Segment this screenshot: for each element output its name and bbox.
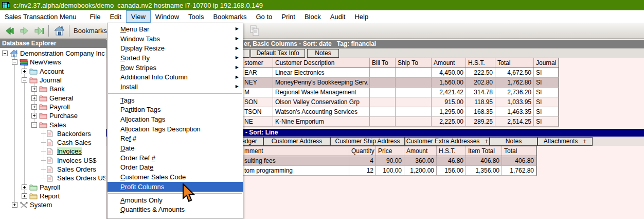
menu-help[interactable]: Help <box>350 10 373 23</box>
tree-item-demonstration-company-inc[interactable]: Demonstration Company Inc <box>0 49 106 58</box>
tree-item-purchase[interactable]: Purchase <box>0 111 106 120</box>
menu-edit[interactable]: Edit <box>105 10 126 23</box>
tree-item-label: NewViews <box>30 58 61 66</box>
column-header-total[interactable]: Total <box>495 58 534 68</box>
expand-box-icon[interactable] <box>31 104 37 110</box>
column-header-ship-to[interactable]: Ship To <box>396 58 432 68</box>
home-button[interactable] <box>54 26 65 36</box>
menu-item-date[interactable]: Date <box>108 143 243 153</box>
menu-sales-transaction-menu[interactable]: Sales Transaction Menu <box>0 10 81 23</box>
menu-window[interactable]: Window <box>151 10 184 23</box>
menu-item-window-tabs[interactable]: Window Tabs▶ <box>108 34 243 44</box>
menu-item-profit-columns[interactable]: Profit Columns <box>108 182 243 192</box>
database-explorer-panel: Database Explorer Demonstration Company … <box>0 39 106 219</box>
menu-item-allocation-tags-description[interactable]: Allocation Tags Description <box>108 124 243 134</box>
cell-customer-description: Watson's Accounting Services <box>273 107 370 116</box>
tree-item-payroll[interactable]: Payroll <box>0 182 106 191</box>
tree-item-sales-orders[interactable]: Sales Orders <box>0 165 106 174</box>
menu-item-label: Date <box>120 144 134 152</box>
menu-file[interactable]: File <box>85 10 105 23</box>
menu-item-amounts-only[interactable]: Amounts Only <box>108 195 243 205</box>
folder-yellow-icon <box>29 192 38 199</box>
expand-box-icon[interactable] <box>22 69 27 74</box>
folder-pink-icon <box>29 77 38 84</box>
tab-notes[interactable]: Notes <box>307 49 339 58</box>
tree-item-report[interactable]: Report <box>0 192 106 200</box>
tree-item-bank[interactable]: Bank <box>0 85 106 93</box>
menu-item-sorted-by[interactable]: Sorted By▶ <box>108 53 243 63</box>
expand-box-icon[interactable] <box>22 184 27 190</box>
tree-item-system[interactable]: System <box>0 200 106 209</box>
column-header-amount[interactable]: Amount <box>432 58 466 68</box>
tab-notes[interactable]: Notes <box>490 137 538 146</box>
tab-default-tax-info[interactable]: Default Tax Info <box>251 49 305 58</box>
cell-customer-description: Regional Waste Management <box>273 88 370 97</box>
tree-item-label: Payroll <box>49 103 70 111</box>
column-header-bill-to[interactable]: Bill To <box>370 58 396 68</box>
tab-customer-extra-addresses[interactable]: Customer Extra Addresses + <box>405 137 490 146</box>
collapse-box-icon[interactable] <box>22 77 27 83</box>
expand-box-icon[interactable] <box>31 95 37 101</box>
forward-button[interactable] <box>20 26 29 36</box>
menu-item-allocation-tags[interactable]: Allocation Tags <box>108 114 243 124</box>
expand-box-icon[interactable] <box>31 86 37 92</box>
tab-customer-address[interactable]: Customer Address <box>263 137 330 146</box>
cell-price: 90.00 <box>376 156 404 165</box>
menu-go-to[interactable]: Go to <box>251 10 277 23</box>
expand-box-icon[interactable] <box>22 193 27 199</box>
tree-item-sales[interactable]: Sales <box>0 120 106 129</box>
menu-bookmarks[interactable]: Bookmarks <box>208 10 251 23</box>
column-header-journal[interactable]: Journal <box>534 58 559 68</box>
cell-h-s-t: 46.80 <box>437 156 466 165</box>
menu-item-partition-tags[interactable]: Partition Tags <box>108 105 243 115</box>
tree-item-backorders[interactable]: Backorders <box>0 129 106 138</box>
column-header-h-s-t[interactable]: H.S.T. <box>466 58 495 68</box>
tree-item-invoices[interactable]: Invoices <box>0 147 106 156</box>
column-header-h-s-t[interactable]: H.S.T. <box>437 146 466 156</box>
expand-box-icon[interactable] <box>31 113 37 119</box>
tree-item-invoices-us$[interactable]: Invoices US$ <box>0 156 106 165</box>
tree-item-account[interactable]: Account <box>0 67 106 76</box>
column-header-amount[interactable]: Amount <box>404 146 437 156</box>
bookmarks-toolbar-label[interactable]: Bookmarks <box>74 27 107 35</box>
cell-quantity: 12 <box>349 166 376 175</box>
menu-item-additional-info-column[interactable]: Additional Info Column▶ <box>108 72 243 82</box>
menu-item-order-date[interactable]: Order Date <box>108 163 243 173</box>
menu-item-install[interactable]: Install▶ <box>108 82 243 92</box>
collapse-box-icon[interactable] <box>2 50 8 56</box>
forward-end-button[interactable] <box>34 26 44 36</box>
menu-audit[interactable]: Audit <box>326 10 350 23</box>
expand-box-icon[interactable] <box>12 202 17 208</box>
collapse-box-icon[interactable] <box>12 59 17 65</box>
tab-attachments[interactable]: Attachments + <box>538 137 593 146</box>
menu-item-quantities-amounts[interactable]: Quantities & Amounts <box>108 205 243 214</box>
tree-item-sales-orders-us[interactable]: Sales Orders US <box>0 174 106 182</box>
folder-pink-icon <box>39 86 48 93</box>
menu-item-display-resize[interactable]: Display Resize▶ <box>108 43 243 53</box>
tree-item-newviews[interactable]: NewViews <box>0 58 106 66</box>
copy-button-disabled[interactable] <box>248 25 261 39</box>
cell-total: 406.80 <box>502 156 536 165</box>
tree-item-cash-sales[interactable]: Cash Sales <box>0 138 106 147</box>
back-button[interactable] <box>5 26 14 36</box>
column-header-customer-description[interactable]: Customer Description <box>273 58 370 68</box>
menu-item-ref-#[interactable]: Ref # <box>108 134 243 144</box>
menu-view[interactable]: View <box>126 10 151 23</box>
menu-item-customer-sales-code[interactable]: Customer Sales Code <box>108 172 243 182</box>
column-header-total[interactable]: Total <box>502 146 536 156</box>
menu-item-row-stripes[interactable]: Row Stripes▶ <box>108 63 243 73</box>
column-header-quantity[interactable]: Quantity <box>349 146 376 156</box>
tree-item-payroll[interactable]: Payroll <box>0 103 106 111</box>
menu-item-menu-bar[interactable]: Menu Bar▶ <box>108 24 243 34</box>
menu-print[interactable]: Print <box>277 10 300 23</box>
collapse-box-icon[interactable] <box>31 122 37 128</box>
column-header-item-total[interactable]: Item Total <box>466 146 502 156</box>
menu-tools[interactable]: Tools <box>184 10 208 23</box>
tree-item-general[interactable]: General <box>0 93 106 102</box>
menu-item-tags[interactable]: Tags <box>108 95 243 105</box>
tab-customer-ship-address[interactable]: Customer Ship Address <box>330 137 405 146</box>
menu-item-order-ref-#[interactable]: Order Ref # <box>108 153 243 163</box>
menu-block[interactable]: Block <box>300 10 326 23</box>
tree-item-journal[interactable]: Journal <box>0 76 106 85</box>
column-header-price[interactable]: Price <box>376 146 404 156</box>
